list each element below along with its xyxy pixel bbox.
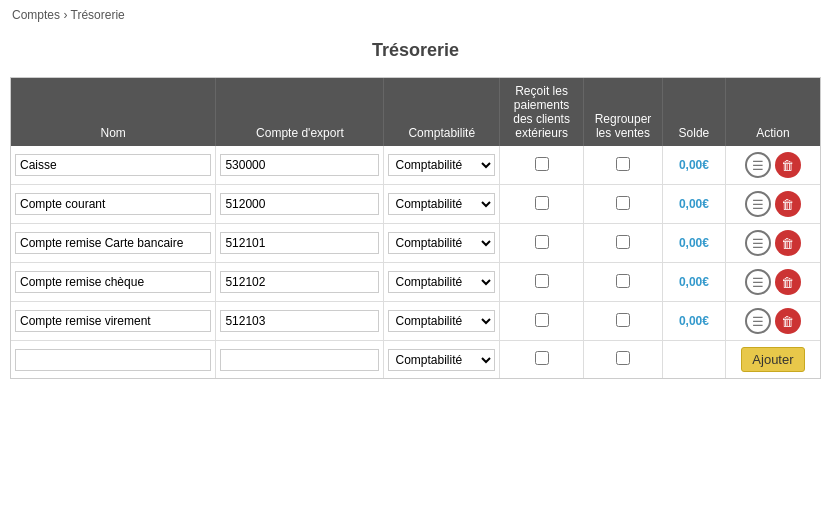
table-row: Comptabilité0,00€☰🗑 [11,263,820,302]
cell-compte [216,146,384,185]
checkbox-recoit[interactable] [535,313,549,327]
cell-compte [216,302,384,341]
cell-regroup [584,185,663,224]
delete-button[interactable]: 🗑 [775,269,801,295]
select-comptabilite[interactable]: Comptabilité [388,271,495,293]
cell-solde: 0,00€ [662,224,725,263]
tresorerie-table: Nom Compte d'export Comptabilité Reçoit … [11,78,820,378]
breadcrumb: Comptes › Trésorerie [0,0,831,30]
cell-comptabilite: Comptabilité [384,146,500,185]
table-row: Comptabilité0,00€☰🗑 [11,224,820,263]
checkbox-recoit[interactable] [535,274,549,288]
cell-comptabilite: Comptabilité [384,185,500,224]
cell-action: ☰🗑 [725,224,820,263]
input-nom[interactable] [15,310,211,332]
input-compte[interactable] [220,310,379,332]
cell-regroup [584,263,663,302]
th-comptabilite: Comptabilité [384,78,500,146]
breadcrumb-current: Trésorerie [71,8,125,22]
input-compte[interactable] [220,232,379,254]
tresorerie-table-wrapper: Nom Compte d'export Comptabilité Reçoit … [10,77,821,379]
th-solde: Solde [662,78,725,146]
breadcrumb-parent[interactable]: Comptes [12,8,60,22]
new-cell-regroup [584,341,663,379]
cell-comptabilite: Comptabilité [384,302,500,341]
new-select-comptabilite[interactable]: Comptabilité [388,349,495,371]
cell-solde: 0,00€ [662,185,725,224]
cell-comptabilite: Comptabilité [384,224,500,263]
cell-nom [11,185,216,224]
checkbox-recoit[interactable] [535,196,549,210]
new-cell-recoit [500,341,584,379]
new-checkbox-recoit[interactable] [535,351,549,365]
cell-regroup [584,302,663,341]
new-cell-nom [11,341,216,379]
th-compte-export: Compte d'export [216,78,384,146]
checkbox-regroup[interactable] [616,157,630,171]
table-row: Comptabilité0,00€☰🗑 [11,302,820,341]
detail-button[interactable]: ☰ [745,230,771,256]
select-comptabilite[interactable]: Comptabilité [388,193,495,215]
select-comptabilite[interactable]: Comptabilité [388,154,495,176]
checkbox-regroup[interactable] [616,235,630,249]
cell-recoit [500,224,584,263]
th-action: Action [725,78,820,146]
delete-button[interactable]: 🗑 [775,308,801,334]
input-compte[interactable] [220,154,379,176]
input-nom[interactable] [15,232,211,254]
breadcrumb-separator: › [63,8,67,22]
cell-solde: 0,00€ [662,302,725,341]
new-cell-solde [662,341,725,379]
input-compte[interactable] [220,271,379,293]
cell-recoit [500,263,584,302]
cell-nom [11,224,216,263]
new-row: ComptabilitéAjouter [11,341,820,379]
new-cell-comptabilite: Comptabilité [384,341,500,379]
detail-button[interactable]: ☰ [745,269,771,295]
checkbox-regroup[interactable] [616,196,630,210]
new-input-nom[interactable] [15,349,211,371]
checkbox-recoit[interactable] [535,157,549,171]
delete-button[interactable]: 🗑 [775,230,801,256]
delete-button[interactable]: 🗑 [775,191,801,217]
add-button[interactable]: Ajouter [741,347,804,372]
input-nom[interactable] [15,154,211,176]
new-cell-action: Ajouter [725,341,820,379]
cell-regroup [584,146,663,185]
cell-solde: 0,00€ [662,146,725,185]
cell-nom [11,263,216,302]
detail-button[interactable]: ☰ [745,308,771,334]
new-input-compte[interactable] [220,349,379,371]
cell-comptabilite: Comptabilité [384,263,500,302]
table-row: Comptabilité0,00€☰🗑 [11,185,820,224]
th-regrouper-ventes: Regrouper les ventes [584,78,663,146]
table-row: Comptabilité0,00€☰🗑 [11,146,820,185]
checkbox-regroup[interactable] [616,313,630,327]
cell-action: ☰🗑 [725,263,820,302]
checkbox-regroup[interactable] [616,274,630,288]
new-checkbox-regroup[interactable] [616,351,630,365]
th-nom: Nom [11,78,216,146]
cell-action: ☰🗑 [725,302,820,341]
th-recoit-paiements: Reçoit les paiements des clients extérie… [500,78,584,146]
cell-compte [216,185,384,224]
cell-nom [11,146,216,185]
input-compte[interactable] [220,193,379,215]
delete-button[interactable]: 🗑 [775,152,801,178]
cell-compte [216,224,384,263]
cell-solde: 0,00€ [662,263,725,302]
cell-compte [216,263,384,302]
cell-recoit [500,146,584,185]
select-comptabilite[interactable]: Comptabilité [388,310,495,332]
new-cell-compte [216,341,384,379]
cell-action: ☰🗑 [725,146,820,185]
cell-regroup [584,224,663,263]
cell-nom [11,302,216,341]
detail-button[interactable]: ☰ [745,191,771,217]
input-nom[interactable] [15,193,211,215]
checkbox-recoit[interactable] [535,235,549,249]
select-comptabilite[interactable]: Comptabilité [388,232,495,254]
detail-button[interactable]: ☰ [745,152,771,178]
input-nom[interactable] [15,271,211,293]
cell-recoit [500,302,584,341]
